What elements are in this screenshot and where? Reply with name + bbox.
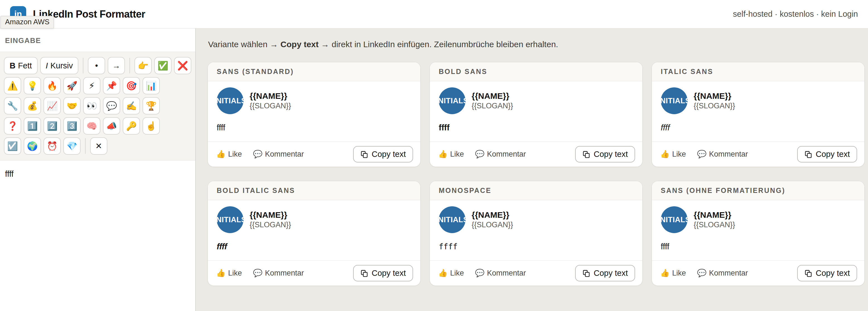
emoji-question-mark-button[interactable]: ❓ xyxy=(4,117,21,135)
emoji-money-bag-button[interactable]: 💰 xyxy=(24,97,41,114)
emoji-light-bulb-button[interactable]: 💡 xyxy=(24,77,41,94)
avatar: INITIALS xyxy=(439,87,466,114)
emoji-globe-button[interactable]: 🌍 xyxy=(24,137,41,155)
emoji-bar-chart-button[interactable]: 📊 xyxy=(143,77,160,94)
profile-name: {{NAME}} xyxy=(250,210,291,220)
emoji-check-mark-button[interactable]: ✅ xyxy=(154,57,172,74)
copy-icon xyxy=(360,150,368,158)
light-bulb-icon: 💡 xyxy=(27,82,38,90)
italic-button[interactable]: I Kursiv xyxy=(40,57,79,74)
emoji-handshake-button[interactable]: 🤝 xyxy=(63,97,81,114)
copy-text-button[interactable]: Copy text xyxy=(353,146,413,163)
italic-symbol: I xyxy=(46,61,48,70)
high-voltage-icon: ⚡ xyxy=(89,82,95,90)
toolbar-divider xyxy=(83,58,84,74)
emoji-row-4: ☑️🌍⏰💎 ✕ xyxy=(4,137,191,155)
copy-icon xyxy=(360,270,368,277)
avatar: INITIALS xyxy=(439,206,466,233)
copy-text-button[interactable]: Copy text xyxy=(353,265,413,281)
speech-balloon-icon: 💬 xyxy=(475,270,485,277)
point-up-icon: ☝️ xyxy=(146,122,157,131)
variant-card-footer: 👍 Like 💬 Kommentar Copy text xyxy=(652,142,864,167)
copy-text-label: Copy text xyxy=(594,150,628,159)
thumbs-up-icon: 👍 xyxy=(438,150,448,158)
variant-card-body: INITIALS {{NAME}} {{SLOGAN}} ffff xyxy=(652,200,864,260)
sidebar-header: EINGABE xyxy=(0,28,195,52)
like-reaction: 👍 Like xyxy=(216,150,242,159)
profile-slogan: {{SLOGAN}} xyxy=(250,102,291,110)
speech-balloon-icon: 💬 xyxy=(475,150,485,158)
emoji-rocket-button[interactable]: 🚀 xyxy=(63,77,81,94)
emoji-alarm-clock-button[interactable]: ⏰ xyxy=(43,137,61,155)
avatar: INITIALS xyxy=(661,87,687,114)
profile-name: {{NAME}} xyxy=(694,210,735,220)
post-input-textarea[interactable]: ffff xyxy=(0,161,195,311)
speech-balloon-icon: 💬 xyxy=(697,270,707,277)
ballot-check-icon: ☑️ xyxy=(7,142,18,150)
profile-row: INITIALS {{NAME}} {{SLOGAN}} xyxy=(661,206,856,233)
emoji-speech-balloon-button[interactable]: 💬 xyxy=(103,97,120,114)
profile-row: INITIALS {{NAME}} {{SLOGAN}} xyxy=(439,206,633,233)
emoji-trophy-button[interactable]: 🏆 xyxy=(143,97,160,114)
emoji-fire-button[interactable]: 🔥 xyxy=(43,77,61,94)
variant-card: BOLD SANS INITIALS {{NAME}} {{SLOGAN}} f… xyxy=(430,62,643,167)
emoji-cross-mark-button[interactable]: ❌ xyxy=(174,57,191,74)
emoji-keycap-one-button[interactable]: 1️⃣ xyxy=(24,117,41,135)
profile-name: {{NAME}} xyxy=(472,210,513,220)
copy-text-button[interactable]: Copy text xyxy=(575,146,636,163)
arrow-list-button[interactable]: → xyxy=(108,57,125,74)
like-reaction: 👍 Like xyxy=(438,150,464,159)
key-icon: 🔑 xyxy=(126,122,137,131)
content-area: EINGABE B Fett I Kursiv • xyxy=(0,28,868,311)
profile-row: INITIALS {{NAME}} {{SLOGAN}} xyxy=(661,87,856,114)
emoji-brain-button[interactable]: 🧠 xyxy=(83,117,100,135)
emoji-ballot-check-button[interactable]: ☑️ xyxy=(4,137,21,155)
variant-card-body: INITIALS {{NAME}} {{SLOGAN}} ffff xyxy=(430,200,642,260)
variant-title: SANS (OHNE FORMATIERUNG) xyxy=(661,187,785,194)
wrench-icon: 🔧 xyxy=(7,102,18,110)
toolbar-divider xyxy=(129,58,130,74)
emoji-key-button[interactable]: 🔑 xyxy=(123,117,140,135)
variant-card-footer: 👍 Like 💬 Kommentar Copy text xyxy=(652,260,864,286)
variant-card: ITALIC SANS INITIALS {{NAME}} {{SLOGAN}}… xyxy=(652,62,865,167)
like-label: Like xyxy=(672,269,686,278)
emoji-writing-hand-button[interactable]: ✍️ xyxy=(123,97,140,114)
instruction-text: Variante wählen → Copy text → direkt in … xyxy=(208,40,865,49)
emoji-target-button[interactable]: 🎯 xyxy=(123,77,140,94)
emoji-pushpin-button[interactable]: 📌 xyxy=(103,77,120,94)
copy-text-button[interactable]: Copy text xyxy=(797,265,858,281)
emoji-point-up-button[interactable]: ☝️ xyxy=(143,117,160,135)
emoji-high-voltage-button[interactable]: ⚡ xyxy=(83,77,100,94)
bold-button[interactable]: B Fett xyxy=(4,57,38,74)
comment-reaction: 💬 Kommentar xyxy=(253,269,304,278)
instruction-pre: Variante wählen → xyxy=(208,40,281,49)
clear-input-button[interactable]: ✕ xyxy=(90,137,107,155)
gem-icon: 💎 xyxy=(67,142,78,150)
emoji-warning-button[interactable]: ⚠️ xyxy=(4,77,21,94)
emoji-keycap-two-button[interactable]: 2️⃣ xyxy=(43,117,61,135)
emoji-chart-increasing-button[interactable]: 📈 xyxy=(43,97,61,114)
copy-text-button[interactable]: Copy text xyxy=(575,265,636,281)
copy-text-button[interactable]: Copy text xyxy=(797,146,858,163)
globe-icon: 🌍 xyxy=(27,142,38,150)
keycap-one-icon: 1️⃣ xyxy=(27,122,38,131)
comment-label: Kommentar xyxy=(487,269,526,278)
emoji-keycap-three-button[interactable]: 3️⃣ xyxy=(63,117,81,135)
emoji-eyes-button[interactable]: 👀 xyxy=(83,97,100,114)
emoji-megaphone-button[interactable]: 📣 xyxy=(103,117,120,135)
profile-identity: {{NAME}} {{SLOGAN}} xyxy=(472,210,513,229)
emoji-pointing-right-button[interactable]: 👉 xyxy=(134,57,152,74)
instruction-post: → direkt in LinkedIn einfügen. Zeilenumb… xyxy=(318,40,558,49)
comment-label: Kommentar xyxy=(265,269,304,278)
post-preview-text: ffff xyxy=(439,242,633,253)
emoji-wrench-button[interactable]: 🔧 xyxy=(4,97,21,114)
bullet-list-button[interactable]: • xyxy=(88,57,105,74)
formatting-toolbar: B Fett I Kursiv • → 👉✅❌ xyxy=(0,52,195,161)
check-mark-icon: ✅ xyxy=(158,61,168,70)
variant-card: BOLD ITALIC SANS INITIALS {{NAME}} {{SLO… xyxy=(208,181,421,286)
variant-card: SANS (STANDARD) INITIALS {{NAME}} {{SLOG… xyxy=(208,62,421,167)
emoji-gem-button[interactable]: 💎 xyxy=(63,137,81,155)
copy-text-label: Copy text xyxy=(372,150,406,159)
variant-card-body: INITIALS {{NAME}} {{SLOGAN}} ffff xyxy=(208,81,420,142)
bullet-icon: • xyxy=(95,61,98,70)
